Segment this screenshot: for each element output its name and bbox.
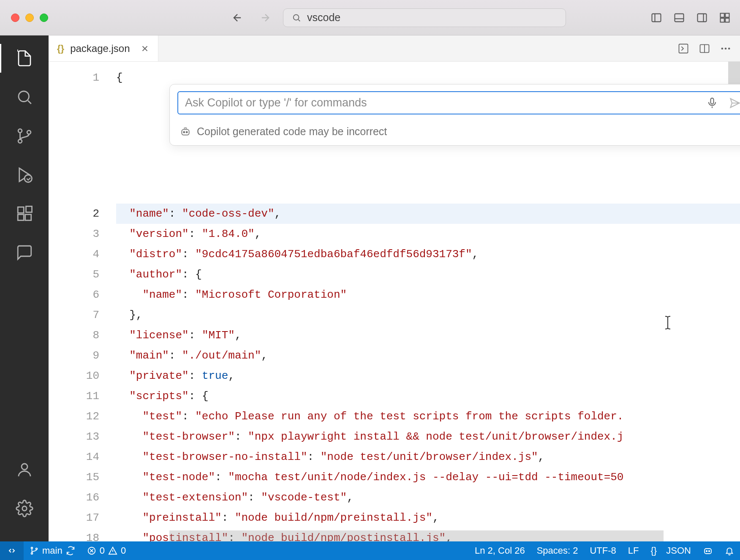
copilot-voice-button[interactable] [706,97,718,109]
svg-rect-14 [18,215,24,220]
svg-rect-2 [675,14,684,22]
window-close-button[interactable] [11,14,19,22]
problems-status[interactable]: 0 0 [81,541,132,560]
tab-filename: package.json [70,43,130,54]
code-line[interactable]: "author": { [116,264,740,285]
close-icon [140,44,150,53]
copilot-icon [180,126,191,137]
line-number: 8 [49,325,99,345]
line-number: 12 [49,406,99,427]
svg-rect-25 [182,129,189,135]
activity-search[interactable] [10,83,39,111]
line-number: 2 [49,204,99,224]
code-line[interactable]: "scripts": { [116,386,740,406]
indentation-status[interactable]: Spaces: 2 [531,541,584,560]
language-mode-status[interactable]: {} JSON [645,541,697,560]
code-line[interactable]: "test-node": "mocha test/unit/node/index… [116,467,740,487]
line-number: 16 [49,487,99,508]
svg-rect-7 [725,18,729,22]
svg-rect-3 [698,14,707,22]
copilot-input[interactable] [185,96,706,109]
code-line[interactable]: "test-browser-no-install": "node test/un… [116,447,740,467]
activity-bar [0,35,49,541]
minimap-slider[interactable] [728,62,740,87]
nav-back-button[interactable] [230,10,245,25]
cursor-position-text: Ln 2, Col 26 [475,545,525,556]
activity-explorer[interactable] [10,44,39,73]
language-icon: {} [650,545,657,556]
activity-run-debug[interactable] [10,160,39,189]
run-action-button[interactable] [677,43,689,54]
tab-close-button[interactable] [140,44,150,53]
text-cursor-icon [663,315,672,330]
line-number: 11 [49,386,99,406]
code-line[interactable]: "test-browser": "npx playwright install … [116,427,740,447]
code-line[interactable]: }, [116,305,740,325]
send-icon [729,97,740,109]
titlebar: vscode [0,0,740,35]
remote-indicator[interactable] [0,541,24,560]
code-line[interactable]: "name": "Microsoft Corporation" [116,285,740,305]
line-number-gutter: 123456789101112131415161718 [49,62,116,541]
svg-point-12 [24,175,32,182]
tab-package-json[interactable]: {} package.json [49,35,158,61]
copilot-send-button[interactable] [729,97,740,109]
extensions-icon [16,205,33,223]
svg-rect-6 [721,18,724,22]
svg-rect-4 [721,13,724,17]
copilot-status[interactable] [697,541,719,560]
notifications-status[interactable] [719,541,740,560]
status-bar: main 0 0 Ln 2, Col 26 Spaces: 2 UTF-8 LF… [0,541,740,560]
more-actions-button[interactable] [720,43,732,54]
code-line[interactable]: "private": true, [116,366,740,386]
toggle-secondary-sidebar-button[interactable] [694,9,710,26]
activity-accounts[interactable] [10,455,39,484]
svg-point-28 [31,547,33,549]
editor-group: {} package.json 1234567891 [49,35,740,541]
code-line[interactable]: "distro": "9cdc4175a8604751edba6baf46edf… [116,244,740,264]
code-line[interactable]: "version": "1.84.0", [116,224,740,244]
run-icon [677,43,689,54]
code-line[interactable]: "test-extension": "vscode-test", [116,487,740,508]
line-number: 5 [49,264,99,285]
nav-forward-button[interactable] [258,10,273,25]
command-center-text: vscode [307,11,340,24]
git-branch-icon [16,127,33,145]
code-line[interactable]: "test": "echo Please run any of the test… [116,406,740,427]
svg-point-33 [706,551,707,552]
window-minimize-button[interactable] [25,14,34,22]
command-center[interactable]: vscode [283,8,566,27]
horizontal-scrollbar[interactable] [169,530,664,541]
split-editor-button[interactable] [699,43,710,54]
code-line[interactable]: "preinstall": "node build/npm/preinstall… [116,508,740,528]
customize-layout-button[interactable] [716,9,733,26]
activity-chat[interactable] [10,238,39,267]
split-horizontal-icon [699,43,710,54]
code-line[interactable]: "name": "code-oss-dev", [116,204,740,224]
eol-status[interactable]: LF [622,541,645,560]
window-maximize-button[interactable] [40,14,48,22]
mic-icon [706,97,718,109]
git-branch-icon [30,546,39,555]
remote-icon [7,546,17,556]
activity-extensions[interactable] [10,199,39,228]
activity-settings[interactable] [10,494,39,523]
svg-rect-1 [652,14,661,22]
code-line[interactable]: "license": "MIT", [116,325,740,345]
encoding-status[interactable]: UTF-8 [584,541,622,560]
language-text: JSON [666,545,691,556]
git-branch-status[interactable]: main [24,541,81,560]
svg-point-34 [709,551,710,552]
svg-point-9 [18,129,22,133]
code-line[interactable]: "main": "./out/main", [116,345,740,366]
line-number: 7 [49,305,99,325]
sync-icon [66,546,75,555]
line-number: 17 [49,508,99,528]
toggle-panel-button[interactable] [671,9,688,26]
cursor-position-status[interactable]: Ln 2, Col 26 [469,541,531,560]
toggle-primary-sidebar-button[interactable] [648,9,665,26]
activity-source-control[interactable] [10,122,39,150]
line-number: 13 [49,427,99,447]
svg-point-17 [22,464,27,470]
arrow-left-icon [231,12,243,24]
